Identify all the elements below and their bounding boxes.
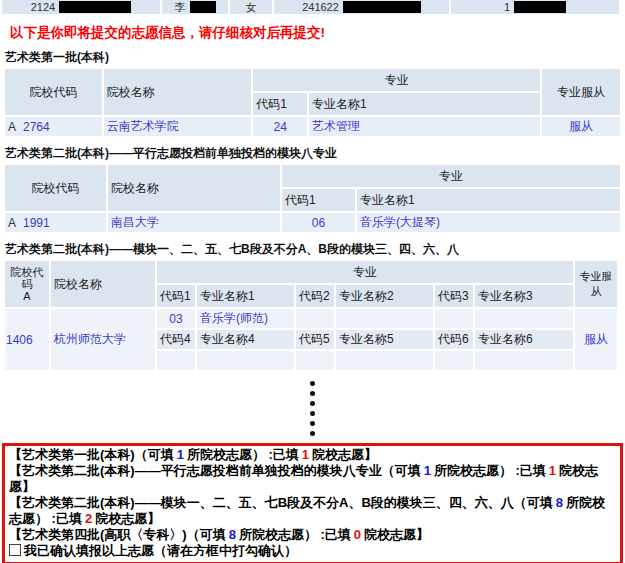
sub-header-major5: 专业名称5 (336, 330, 433, 349)
filled-count: 0 (354, 527, 361, 542)
batch1-title: 艺术类第一批(本科) (5, 49, 620, 66)
ellipsis-dots (0, 381, 625, 436)
col-major-group: 专业 (253, 69, 540, 91)
candidate-gender: 女 (246, 0, 257, 14)
batch1-table: 院校代码 院校名称 专业 专业服从 代码1 专业名称1 A2764 云南艺术学院… (3, 67, 622, 138)
redaction-bar (190, 1, 216, 13)
obey-link[interactable]: 服从 (584, 332, 608, 346)
summary-line: 【艺术类第二批(本科)——模块一、二、五、七B段及不分A、B段的模块三、四、六、… (9, 495, 605, 526)
confirm-label: 我已确认填报以上志愿（请在方框中打勾确认） (24, 543, 297, 558)
can-fill-count: 1 (177, 447, 184, 462)
col-college-code: 院校代码A (5, 261, 49, 307)
summary-line: 【艺术类第一批(本科)（可填1所院校志愿） :已填1院校志愿】 (9, 447, 377, 462)
college-code-link[interactable]: 1406 (6, 333, 33, 347)
candidate-number-cell: 2124 (2, 0, 160, 14)
candidate-exam-number: 241622 (302, 1, 339, 13)
empty-cell (435, 351, 473, 370)
empty-cell (197, 351, 294, 370)
can-fill-count: 8 (229, 527, 236, 542)
col-major-name1: 专业名称1 (309, 93, 540, 115)
col-major-name1: 专业名称1 (357, 189, 620, 211)
table-row: 1406 杭州师范大学 03 音乐学(师范) 服从 (5, 309, 617, 328)
col-major-code1: 代码1 (253, 93, 307, 115)
college-code-link[interactable]: 1991 (23, 216, 50, 230)
redaction-bar (514, 1, 566, 13)
col-college-code: 院校代码 (5, 165, 106, 211)
sub-header-major4: 专业名称4 (197, 330, 294, 349)
col-college-code: 院校代码 (5, 69, 102, 115)
candidate-id: 1 (504, 1, 510, 13)
col-college-name: 院校名称 (104, 69, 251, 115)
table-row: A1991 南昌大学 06 音乐学(大提琴) (5, 213, 620, 232)
batch2-table: 院校代码 院校名称 专业 代码1 专业名称1 A1991 南昌大学 06 音乐学… (3, 163, 622, 234)
college-name-link[interactable]: 云南艺术学院 (107, 119, 179, 133)
candidate-info-row: 2124 李 女 241622 1 (2, 0, 623, 14)
college-code-cell: A1991 (5, 213, 106, 232)
batch3-table: 院校代码A 院校名称 专业 专业服从 代码1 专业名称1 代码2 专业名称2 代… (3, 259, 619, 372)
col-major-group: 专业 (282, 165, 620, 187)
candidate-name: 李 (175, 0, 186, 14)
candidate-name-cell: 李 (162, 0, 228, 14)
major-code-link[interactable]: 24 (273, 120, 286, 134)
batch-letter: A (8, 216, 16, 230)
candidate-gender-cell: 女 (230, 0, 272, 14)
col-major-code1: 代码1 (157, 285, 195, 307)
major-code-link[interactable]: 06 (312, 216, 325, 230)
sub-header-major6: 专业名称6 (475, 330, 573, 349)
college-name-cell: 杭州师范大学 (51, 309, 155, 370)
college-name-link[interactable]: 杭州师范大学 (54, 332, 126, 346)
col-major-obey: 专业服从 (575, 261, 617, 307)
redaction-bar (59, 1, 131, 13)
candidate-exam-number-cell: 241622 (274, 0, 449, 14)
col-major-obey: 专业服从 (542, 69, 620, 115)
batch-letter: A (8, 120, 16, 134)
empty-cell (336, 351, 433, 370)
filled-count: 1 (302, 447, 309, 462)
col-college-name: 院校名称 (108, 165, 280, 211)
filled-count: 1 (549, 463, 556, 478)
major-name-link[interactable]: 艺术管理 (312, 119, 360, 133)
empty-cell (475, 351, 573, 370)
major-name-link[interactable]: 音乐学(师范) (200, 311, 268, 325)
candidate-number: 2124 (31, 1, 55, 13)
empty-cell (336, 309, 433, 328)
can-fill-count: 8 (556, 495, 563, 510)
major-code-link[interactable]: 03 (169, 312, 182, 326)
col-college-name: 院校名称 (51, 261, 155, 307)
confirm-row: 我已确认填报以上志愿（请在方框中打勾确认） (9, 543, 297, 558)
filled-count: 2 (85, 511, 92, 526)
col-major-name3: 专业名称3 (475, 285, 573, 307)
col-major-code1: 代码1 (282, 189, 355, 211)
major-name-link[interactable]: 音乐学(大提琴) (360, 215, 440, 229)
batch3-title: 艺术类第二批(本科)——模块一、二、五、七B段及不分A、B段的模块三、四、六、八 (5, 241, 620, 258)
candidate-id-cell: 1 (451, 0, 619, 14)
can-fill-count: 1 (424, 463, 431, 478)
summary-line: 【艺术类第四批(高职〈专科〉)（可填8所院校志愿） :已填0院校志愿】 (9, 527, 429, 542)
empty-cell (296, 309, 334, 328)
col-major-code2: 代码2 (296, 285, 334, 307)
sub-header-code5: 代码5 (296, 330, 334, 349)
submit-warning-text: 以下是你即将提交的志愿信息，请仔细核对后再提交! (10, 24, 615, 42)
col-major-group: 专业 (157, 261, 573, 283)
obey-cell: 服从 (575, 309, 617, 370)
table-row: A2764 云南艺术学院 24 艺术管理 服从 (5, 117, 620, 136)
empty-cell (157, 351, 195, 370)
college-code-cell: 1406 (5, 309, 49, 370)
obey-link[interactable]: 服从 (569, 119, 593, 133)
redaction-bar (343, 1, 421, 13)
empty-cell (296, 351, 334, 370)
confirm-checkbox[interactable] (9, 544, 21, 556)
col-major-name1: 专业名称1 (197, 285, 294, 307)
college-code-link[interactable]: 2764 (23, 120, 50, 134)
college-name-link[interactable]: 南昌大学 (111, 215, 159, 229)
empty-cell (435, 309, 473, 328)
col-major-code3: 代码3 (435, 285, 473, 307)
sub-header-code4: 代码4 (157, 330, 195, 349)
col-major-name2: 专业名称2 (336, 285, 433, 307)
summary-box: 【艺术类第一批(本科)（可填1所院校志愿） :已填1院校志愿】 【艺术类第二批(… (2, 443, 623, 563)
college-code-cell: A2764 (5, 117, 102, 136)
summary-line: 【艺术类第二批(本科)——平行志愿投档前单独投档的模块八专业（可填1所院校志愿）… (9, 463, 598, 494)
empty-cell (475, 309, 573, 328)
sub-header-code6: 代码6 (435, 330, 473, 349)
batch2-title: 艺术类第二批(本科)——平行志愿投档前单独投档的模块八专业 (5, 145, 620, 162)
